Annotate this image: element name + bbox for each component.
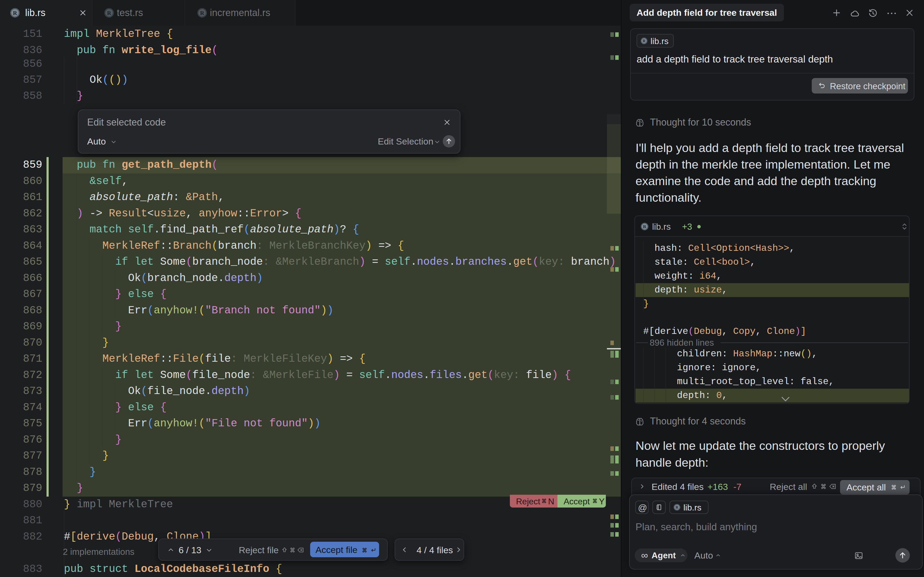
svg-text:R: R [675, 505, 679, 509]
svg-text:R: R [13, 10, 17, 16]
svg-text:R: R [643, 39, 646, 43]
svg-text:R: R [643, 224, 646, 229]
svg-text:R: R [200, 10, 204, 16]
svg-text:R: R [107, 10, 111, 16]
